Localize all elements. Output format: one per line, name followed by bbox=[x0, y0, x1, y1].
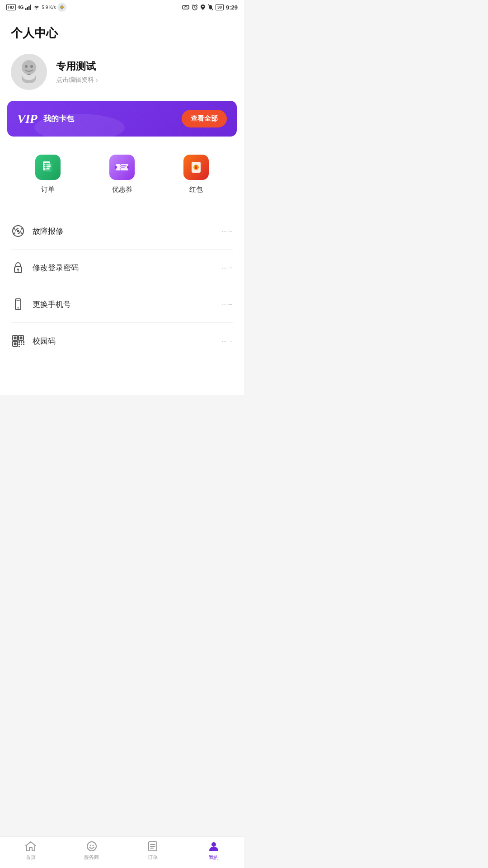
svg-rect-3 bbox=[30, 5, 32, 10]
page-title: 个人中心 bbox=[11, 25, 233, 41]
svg-point-5 bbox=[61, 6, 63, 9]
hd-badge: HD bbox=[6, 4, 16, 10]
page-title-bar: 个人中心 bbox=[0, 14, 244, 47]
action-item-redpack[interactable]: ¥ 红包 bbox=[159, 155, 233, 194]
chevron-right-icon: › bbox=[96, 76, 98, 84]
svg-rect-44 bbox=[20, 337, 23, 340]
action-item-order[interactable]: 订单 bbox=[11, 155, 85, 194]
battery-indicator: 30 bbox=[216, 4, 224, 10]
menu-item-repair[interactable]: 故障报修 ···→ bbox=[11, 213, 233, 250]
signal-bars-icon bbox=[25, 5, 32, 10]
svg-rect-46 bbox=[19, 341, 20, 343]
phone-label: 更换手机号 bbox=[33, 299, 221, 310]
coupon-icon-wrap bbox=[109, 155, 135, 180]
campus-icon-wrap bbox=[11, 334, 25, 348]
repair-icon bbox=[12, 225, 24, 237]
repair-icon-wrap bbox=[11, 224, 25, 238]
vip-view-all-button[interactable]: 查看全部 bbox=[182, 110, 227, 127]
svg-rect-0 bbox=[25, 8, 27, 10]
order-label: 订单 bbox=[41, 185, 55, 194]
time-display: 9:29 bbox=[226, 4, 238, 11]
wifi-speed: 5.9 K/s bbox=[42, 5, 56, 10]
wifi-icon bbox=[33, 5, 40, 10]
svg-text:¥: ¥ bbox=[195, 165, 197, 170]
svg-point-11 bbox=[22, 60, 36, 75]
svg-rect-45 bbox=[14, 343, 17, 345]
profile-section[interactable]: 专用测试 点击编辑资料 › bbox=[0, 47, 244, 101]
svg-rect-48 bbox=[19, 344, 20, 345]
nfc-icon bbox=[182, 5, 189, 10]
svg-rect-22 bbox=[47, 168, 49, 169]
alarm-icon bbox=[192, 4, 198, 10]
svg-point-38 bbox=[18, 307, 19, 309]
svg-rect-43 bbox=[14, 337, 17, 340]
vip-banner-left: VIP 我的卡包 bbox=[17, 112, 74, 126]
location-icon bbox=[200, 4, 206, 10]
svg-rect-27 bbox=[121, 165, 127, 166]
svg-point-13 bbox=[30, 65, 33, 68]
menu-item-phone[interactable]: 更换手机号 ···→ bbox=[11, 286, 233, 323]
signal-4g: 4G bbox=[18, 5, 23, 10]
phone-arrow-icon: ···→ bbox=[221, 301, 233, 308]
vip-logo-text: VIP bbox=[17, 112, 37, 126]
redpack-icon: ¥ bbox=[189, 160, 203, 175]
svg-rect-14 bbox=[27, 74, 31, 75]
campus-qr-icon bbox=[12, 335, 24, 347]
coupon-icon bbox=[115, 160, 129, 175]
coupon-label: 优惠券 bbox=[112, 185, 132, 194]
menu-item-campus[interactable]: 校园码 ···→ bbox=[11, 323, 233, 359]
profile-edit-label: 点击编辑资料 bbox=[56, 76, 94, 84]
phone-icon bbox=[12, 298, 24, 311]
campus-label: 校园码 bbox=[33, 336, 221, 346]
app-logo-icon bbox=[57, 3, 66, 12]
status-bar: HD 4G 5.9 K/s bbox=[0, 0, 244, 14]
svg-rect-28 bbox=[121, 167, 125, 168]
svg-rect-50 bbox=[23, 341, 24, 343]
profile-info: 专用测试 点击编辑资料 › bbox=[56, 60, 233, 84]
order-icon bbox=[41, 160, 55, 175]
svg-point-12 bbox=[25, 65, 28, 68]
svg-rect-49 bbox=[21, 344, 22, 345]
status-left: HD 4G 5.9 K/s bbox=[6, 3, 66, 12]
lock-icon bbox=[12, 261, 24, 274]
avatar-image bbox=[11, 54, 47, 90]
svg-rect-20 bbox=[47, 165, 51, 165]
svg-rect-6 bbox=[183, 5, 189, 9]
repair-arrow-icon: ···→ bbox=[221, 227, 233, 235]
avatar[interactable] bbox=[11, 54, 47, 90]
quick-actions: 订单 优惠券 bbox=[0, 146, 244, 208]
phone-icon-wrap bbox=[11, 297, 25, 311]
repair-label: 故障报修 bbox=[33, 226, 221, 236]
vip-banner[interactable]: VIP 我的卡包 查看全部 bbox=[7, 101, 237, 137]
status-right: 30 9:29 bbox=[182, 4, 238, 11]
campus-arrow-icon: ···→ bbox=[221, 337, 233, 344]
svg-rect-1 bbox=[27, 7, 28, 10]
svg-point-33 bbox=[17, 230, 19, 232]
vip-card-text: 我的卡包 bbox=[43, 113, 74, 124]
svg-rect-21 bbox=[47, 166, 51, 167]
svg-rect-52 bbox=[19, 346, 20, 347]
password-label: 修改登录密码 bbox=[33, 263, 221, 273]
profile-edit-link[interactable]: 点击编辑资料 › bbox=[56, 76, 233, 84]
password-arrow-icon: ···→ bbox=[221, 264, 233, 271]
svg-rect-51 bbox=[23, 344, 24, 345]
svg-point-8 bbox=[202, 6, 204, 8]
menu-list: 故障报修 ···→ 修改登录密码 ···→ bbox=[0, 213, 244, 359]
password-icon-wrap bbox=[11, 260, 25, 275]
action-item-coupon[interactable]: 优惠券 bbox=[85, 155, 159, 194]
svg-rect-2 bbox=[28, 6, 30, 10]
notification-mute-icon bbox=[208, 4, 213, 10]
menu-item-password[interactable]: 修改登录密码 ···→ bbox=[11, 250, 233, 286]
profile-name: 专用测试 bbox=[56, 60, 233, 73]
svg-rect-47 bbox=[21, 341, 22, 343]
main-content: 个人中心 专用测试 点击编辑资料 › bbox=[0, 14, 244, 395]
redpack-icon-wrap: ¥ bbox=[183, 155, 209, 180]
redpack-label: 红包 bbox=[189, 185, 203, 194]
order-icon-wrap bbox=[35, 155, 61, 180]
